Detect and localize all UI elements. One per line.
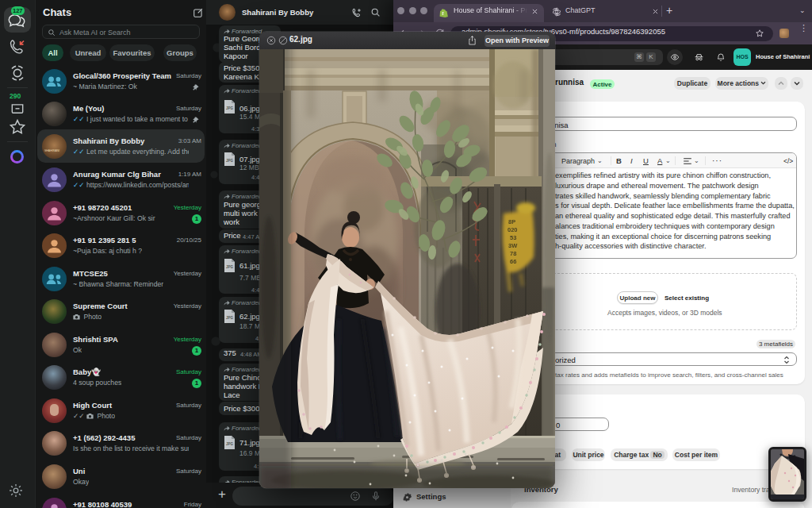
svg-text:JPG: JPG [226,442,234,446]
svg-text:53: 53 [510,234,516,241]
svg-text:3W: 3W [508,242,518,249]
svg-text:66: 66 [510,258,516,265]
svg-text:JPG: JPG [226,265,234,269]
svg-text:8P: 8P [508,218,515,225]
svg-text:JPG: JPG [226,316,234,320]
svg-text:JPG: JPG [226,159,234,163]
svg-text:78: 78 [510,250,516,257]
svg-text:JPG: JPG [226,106,234,110]
svg-text:020: 020 [508,226,518,233]
